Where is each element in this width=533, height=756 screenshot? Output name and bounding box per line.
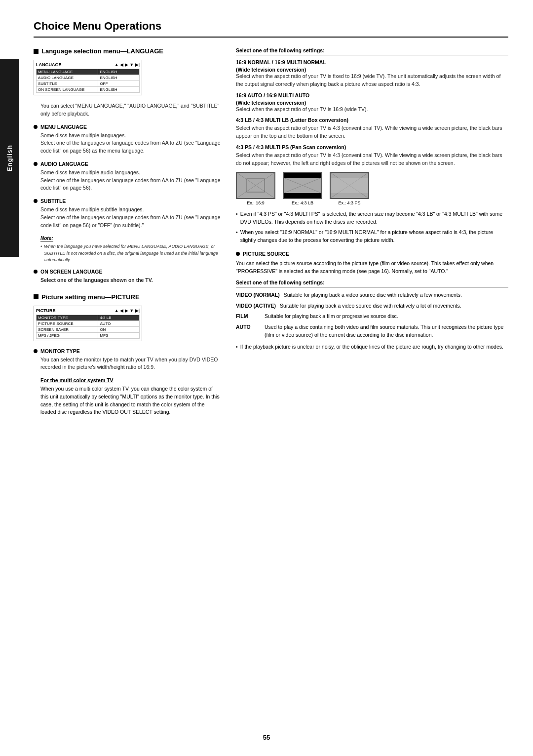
menu-val-0: ENGLISH <box>98 69 140 75</box>
bullet-dot-icon <box>34 199 38 203</box>
menu-key-1: AUDIO LANGUAGE <box>37 75 98 81</box>
tv-screen-43ps <box>330 172 369 199</box>
audio-language-section: AUDIO LANGUAGE Some discs have multiple … <box>34 161 221 192</box>
picture-menu-val-1: AUTO <box>98 320 140 326</box>
audio-language-header: AUDIO LANGUAGE <box>34 161 221 167</box>
audio-language-text-2: Select one of the languages or language … <box>40 177 221 193</box>
setting-169-normal-title: 16:9 NORMAL / 16:9 MULTI NORMAL <box>236 59 508 65</box>
picture-menu-row-3: MP3 / JPEG MP3 <box>37 332 140 338</box>
menu-val-2: OFF <box>98 81 140 87</box>
picture-source-header: PICTURE SOURCE <box>236 251 508 257</box>
setting-169-normal-text: Select when the aspect ratio of your TV … <box>236 73 508 88</box>
square-bullet-icon <box>34 49 38 54</box>
on-screen-language-content: Select one of the languages shown on the… <box>34 277 221 284</box>
picture-section-title: Picture setting menu—PICTURE <box>41 293 140 301</box>
tv-inner-43lb <box>284 173 321 198</box>
right-bullet-1: Even if "4:3 PS" or "4:3 MULTI PS" is se… <box>236 210 508 226</box>
ps-final-bullet: If the playback picture is unclear or no… <box>236 343 508 351</box>
menu-key-3: ON SCREEN LANGUAGE <box>37 87 98 93</box>
picture-menu-key-2: SCREEN SAVER <box>37 326 98 332</box>
main-content: Choice Menu Operations Language selectio… <box>19 0 533 756</box>
side-tab: English <box>0 59 19 257</box>
tv-example-43ps: Ex.: 4:3 PS <box>330 172 369 205</box>
tv-label-43lb: Ex.: 4:3 LB <box>283 200 322 205</box>
menu-language-title: MENU LANGUAGE <box>40 124 87 130</box>
picture-menu-row-0: MONITOR TYPE 4:3 LB <box>37 315 140 320</box>
ps-final-bullet-text: If the playback picture is unclear or no… <box>240 343 503 351</box>
on-screen-language-title: ON SCREEN LANGUAGE <box>40 269 102 275</box>
on-screen-language-header: ON SCREEN LANGUAGE <box>34 269 221 275</box>
ps-item-video-normal: VIDEO (NORMAL) Suitable for playing back… <box>236 291 508 299</box>
ps-item-film: FILM Suitable for playing back a film or… <box>236 313 508 320</box>
picture-source-intro: You can select the picture source accord… <box>236 260 508 276</box>
tv-label-43ps: Ex.: 4:3 PS <box>330 200 369 205</box>
page-title: Choice Menu Operations <box>34 20 508 38</box>
picture-menu-key-0: MONITOR TYPE <box>37 315 98 320</box>
subtitle-content: Some discs have multiple subtitle langua… <box>34 206 221 229</box>
picture-menu-row-1: PICTURE SOURCE AUTO <box>37 320 140 326</box>
setting-169-auto-text: Select when the aspect ratio of your TV … <box>236 106 508 114</box>
language-section-header: Language selection menu—LANGUAGE <box>34 47 221 55</box>
ps-item-auto: AUTO Used to play a disc containing both… <box>236 323 508 339</box>
menu-language-text-2: Select one of the languages or language … <box>40 139 221 155</box>
page-number: 55 <box>263 734 270 741</box>
picture-menu-screenshot: PICTURE ▲ ◀ ▶ ▼ ▶| MONITOR TYPE 4:3 LB P… <box>34 306 142 341</box>
tv-inner-169 <box>237 173 274 198</box>
two-column-layout: Language selection menu—LANGUAGE LANGUAG… <box>34 47 508 421</box>
ps-item-video-active: VIDEO (ACTIVE) Suitable for playing back… <box>236 302 508 310</box>
setting-169-auto-subtitle: (Wide television conversion) <box>236 100 508 106</box>
ps-text-video-active: Suitable for playing back a video source… <box>280 302 508 310</box>
language-menu-table: MENU LANGUAGE ENGLISH AUDIO LANGUAGE ENG… <box>36 69 140 93</box>
ps-label-video-normal: VIDEO (NORMAL) <box>236 291 280 299</box>
ps-label-film: FILM <box>236 313 261 320</box>
picture-menu-row-2: SCREEN SAVER ON <box>37 326 140 332</box>
tv-inner-43ps <box>331 173 368 198</box>
menu-title-bar: LANGUAGE ▲ ◀ ▶ ▼ ▶| <box>36 62 140 67</box>
bullet-dot-icon <box>236 252 240 256</box>
menu-language-text-1: Some discs have multiple languages. <box>40 132 221 140</box>
bullet-dot-icon <box>34 162 38 166</box>
right-column: Select one of the following settings: 16… <box>236 47 508 421</box>
language-section-title: Language selection menu—LANGUAGE <box>41 47 163 55</box>
ps-label-video-active: VIDEO (ACTIVE) <box>236 302 276 310</box>
tv-image-43ps <box>331 173 368 198</box>
menu-row-3: ON SCREEN LANGUAGE ENGLISH <box>37 87 140 93</box>
ps-text-auto: Used to play a disc containing both vide… <box>265 323 508 339</box>
bullet-dot-icon <box>34 125 38 129</box>
right-bullet-2-text: When you select "16:9 NORMAL" or "16:9 M… <box>240 229 508 244</box>
monitor-type-content: You can select the monitor type to match… <box>34 356 221 372</box>
language-note-box: Note: When the language you have selecte… <box>34 235 221 264</box>
language-menu-screenshot: LANGUAGE ▲ ◀ ▶ ▼ ▶| MENU LANGUAGE ENGLIS… <box>34 60 142 95</box>
setting-169-auto-title-text: 16:9 AUTO / 16:9 MULTI AUTO <box>236 92 309 98</box>
setting-169-auto-title: 16:9 AUTO / 16:9 MULTI AUTO <box>236 92 508 98</box>
menu-language-content: Some discs have multiple languages. Sele… <box>34 132 221 155</box>
picture-menu-title: PICTURE <box>36 308 56 313</box>
menu-key-0: MENU LANGUAGE <box>37 69 98 75</box>
menu-language-header: MENU LANGUAGE <box>34 124 221 130</box>
tv-label-169: Ex.: 16:9 <box>236 200 275 205</box>
note-content: When the language you have selected for … <box>40 243 221 264</box>
monitor-type-header: MONITOR TYPE <box>34 348 221 354</box>
bullet-dot-icon <box>34 270 38 274</box>
tv-examples-container: Ex.: 16:9 <box>236 172 508 205</box>
ps-text-film: Suitable for playing back a film or prog… <box>265 313 508 320</box>
setting-43-ps-title-text: 4:3 PS / 4:3 MULTI PS (Pan Scan conversi… <box>236 144 346 150</box>
menu-val-3: ENGLISH <box>98 87 140 93</box>
setting-43-ps-text: Select when the aspect ratio of your TV … <box>236 152 508 167</box>
bullet-dot-icon <box>34 349 38 353</box>
picture-menu-val-0: 4:3 LB <box>98 315 140 320</box>
setting-43-lb-text: Select when the aspect ratio of your TV … <box>236 124 508 140</box>
subtitle-section: SUBTITLE Some discs have multiple subtit… <box>34 198 221 229</box>
picture-menu-val-3: MP3 <box>98 332 140 338</box>
tv-image-169 <box>237 173 274 198</box>
page-container: English Choice Menu Operations Language … <box>0 0 533 756</box>
menu-language-section: MENU LANGUAGE Some discs have multiple l… <box>34 124 221 155</box>
picture-section-header: Picture setting menu—PICTURE <box>34 293 221 301</box>
setting-43-lb-title-text: 4:3 LB / 4:3 MULTI LB (Letter Box conver… <box>236 117 348 123</box>
ps-select-header: Select one of the following settings: <box>236 279 508 287</box>
picture-menu-title-bar: PICTURE ▲ ◀ ▶ ▼ ▶| <box>36 308 140 313</box>
setting-43-ps-title: 4:3 PS / 4:3 MULTI PS (Pan Scan conversi… <box>236 144 508 150</box>
menu-nav-icons: ▲ ◀ ▶ ▼ ▶| <box>114 62 140 67</box>
menu-row-2: SUBTITLE OFF <box>37 81 140 87</box>
picture-menu-val-2: ON <box>98 326 140 332</box>
